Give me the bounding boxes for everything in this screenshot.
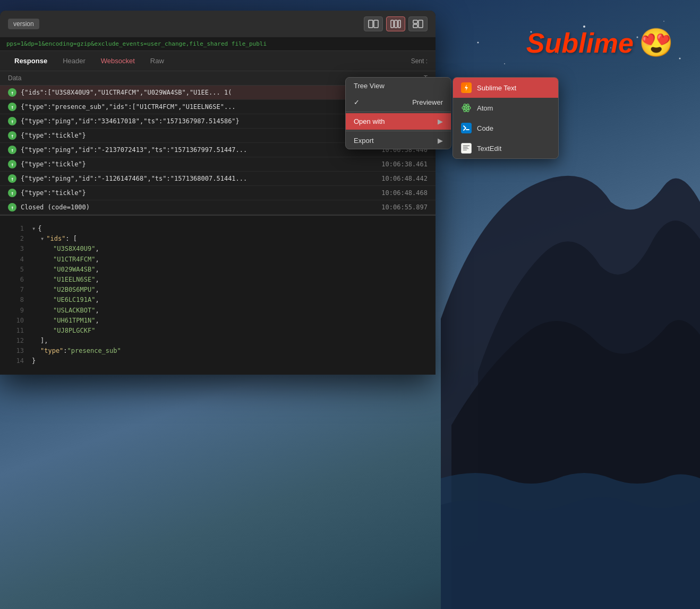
table-row[interactable]: ↑ Closed (code=1000) 10:06:55.897 <box>0 200 436 215</box>
tab-raw[interactable]: Raw <box>144 54 170 68</box>
submenu-item-code-label: Code <box>477 124 493 132</box>
json-line: 13 "type" : "presence_sub" <box>8 346 428 356</box>
row-icon-up: ↑ <box>8 203 16 212</box>
svg-point-8 <box>679 58 681 60</box>
svg-marker-20 <box>465 84 468 91</box>
row-time: 10:06:48.468 <box>374 189 428 197</box>
layout-btn-left[interactable] <box>364 16 383 31</box>
json-line: 12 ], <box>8 336 428 346</box>
title-bar-controls <box>364 16 428 31</box>
menu-item-previewer[interactable]: ✓ Previewer <box>346 94 451 111</box>
row-text: {"ids":["U3S8X40U9","U1CTR4FCM","U029WA4… <box>21 89 374 96</box>
json-line: 7 "U2B0S6MPU", <box>8 285 428 295</box>
row-icon-up: ↑ <box>8 131 16 140</box>
svg-point-0 <box>477 42 479 44</box>
submenu-item-atom-label: Atom <box>477 104 493 112</box>
json-line: 3 "U3S8X40U9", <box>8 244 428 254</box>
submenu-arrow-icon: ▶ <box>438 117 443 125</box>
tab-header[interactable]: Header <box>56 54 92 68</box>
tab-websocket[interactable]: Websocket <box>95 54 141 68</box>
svg-point-1 <box>504 63 505 64</box>
row-text: {"type":"ping","id":"-1126147468","ts":"… <box>21 175 374 182</box>
menu-divider <box>346 131 451 131</box>
layout-btn-right[interactable] <box>408 16 428 31</box>
menu-divider <box>346 112 451 112</box>
row-text: Closed (code=1000) <box>21 204 374 211</box>
row-icon-up: ↑ <box>8 174 16 183</box>
submenu-item-atom[interactable]: Atom <box>453 98 558 118</box>
submenu-item-code[interactable]: Code <box>453 118 558 138</box>
json-line: 5 "U029WA4SB", <box>8 265 428 275</box>
row-icon-up: ↑ <box>8 160 16 168</box>
sublime-text-icon <box>461 82 472 93</box>
json-line: 8 "UE6LC191A", <box>8 295 428 305</box>
menu-item-tree-view[interactable]: Tree View <box>346 78 451 94</box>
sublime-brand: Sublime 😍 <box>526 27 673 59</box>
json-viewer: 1 ▾ { 2 ▾ "ids" : [ 3 "U3S8X40U9", 4 "U1… <box>0 215 436 375</box>
sublime-emoji: 😍 <box>639 27 673 59</box>
svg-rect-27 <box>463 146 470 146</box>
row-icon-up: ↑ <box>8 103 16 111</box>
svg-rect-14 <box>391 20 394 28</box>
json-line: 4 "U1CTR4FCM", <box>8 255 428 265</box>
json-line: 6 "U1EELN6SE", <box>8 275 428 285</box>
title-bar: version <box>0 11 436 37</box>
menu-item-open-with[interactable]: Open with ▶ <box>346 113 451 130</box>
svg-rect-19 <box>419 20 423 28</box>
menu-item-tree-view-label: Tree View <box>354 82 385 90</box>
submenu-item-sublime-text-label: Sublime Text <box>477 84 516 92</box>
col-header-data: Data <box>8 74 374 82</box>
row-text: {"type":"tickle"} <box>21 160 374 168</box>
json-line: 9 "USLACKBOT", <box>8 306 428 316</box>
row-icon-up: ↑ <box>8 146 16 154</box>
submenu-item-sublime-text[interactable]: Sublime Text <box>453 78 558 98</box>
tab-response[interactable]: Response <box>8 54 54 68</box>
menu-item-export[interactable]: Export ▶ <box>346 132 451 149</box>
row-text: {"type":"ping","id":"-2137072413","ts":"… <box>21 146 374 154</box>
table-row[interactable]: ↑ {"type":"tickle"} 10:06:48.468 <box>0 186 436 200</box>
json-line: 1 ▾ { <box>8 224 428 234</box>
row-time: 10:06:55.897 <box>374 204 428 211</box>
svg-rect-12 <box>369 20 373 28</box>
version-badge: version <box>8 19 39 29</box>
table-row[interactable]: ↑ {"type":"ping","id":"-1126147468","ts"… <box>0 172 436 186</box>
menu-item-previewer-label: Previewer <box>412 98 443 106</box>
atom-icon <box>461 103 472 113</box>
vscode-icon <box>461 123 472 133</box>
svg-rect-16 <box>398 20 400 28</box>
svg-point-7 <box>663 21 664 22</box>
app-window: version pps=1&dp=1&encoding=gzip&exclude… <box>0 11 436 375</box>
svg-rect-18 <box>413 24 417 28</box>
textedit-icon <box>461 143 472 154</box>
row-text: {"type":"ping","id":"334617018","ts":"15… <box>21 117 374 125</box>
svg-rect-15 <box>395 20 397 28</box>
row-time: 10:06:38.461 <box>374 160 428 168</box>
row-icon-up: ↑ <box>8 88 16 97</box>
submenu-open-with: Sublime Text Atom Code <box>453 77 559 159</box>
svg-rect-25 <box>461 123 472 133</box>
context-menu: Tree View ✓ Previewer Open with ▶ Export… <box>345 77 451 149</box>
json-line: 11 "UJ8PLGCKF" <box>8 326 428 336</box>
export-arrow-icon: ▶ <box>438 137 443 145</box>
svg-rect-17 <box>413 20 417 23</box>
submenu-item-textedit[interactable]: TextEdit <box>453 138 558 158</box>
row-text: {"type":"presence_sub","ids":["U1CTR4FCM… <box>21 103 374 111</box>
sublime-brand-text: Sublime <box>526 27 634 59</box>
svg-rect-29 <box>463 148 469 149</box>
svg-rect-30 <box>463 150 467 150</box>
row-text: {"type":"tickle"} <box>21 132 374 139</box>
layout-btn-center[interactable] <box>386 16 405 31</box>
svg-rect-13 <box>374 20 378 28</box>
tabs-row: Response Header Websocket Raw Sent : <box>0 51 436 71</box>
checkmark-icon: ✓ <box>354 98 360 106</box>
row-icon-up: ↑ <box>8 117 16 125</box>
title-bar-left: version <box>8 19 39 29</box>
sent-label: Sent : <box>411 57 428 65</box>
row-time: 10:06:48.442 <box>374 175 428 182</box>
submenu-item-textedit-label: TextEdit <box>477 145 501 153</box>
menu-item-export-label: Export <box>354 137 374 145</box>
url-bar: pps=1&dp=1&encoding=gzip&exclude_events=… <box>0 37 436 51</box>
table-row[interactable]: ↑ {"type":"tickle"} 10:06:38.461 <box>0 157 436 172</box>
json-line: 14 } <box>8 356 428 366</box>
json-line: 2 ▾ "ids" : [ <box>8 234 428 244</box>
